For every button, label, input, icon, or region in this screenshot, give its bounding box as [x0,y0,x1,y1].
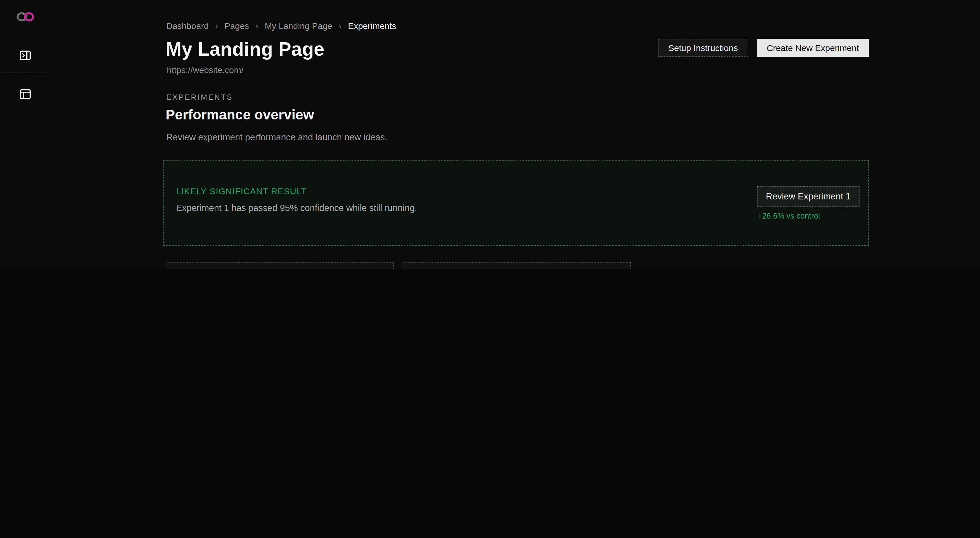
chevron-right-icon: › [215,21,218,31]
chevron-right-icon: › [255,21,258,31]
control-experiment-card: Ground Truth Experiment Running Control … [165,262,394,269]
alert-message: Experiment 1 has passed 95% confidence w… [176,203,417,213]
section-eyebrow: EXPERIMENTS [166,93,233,101]
setup-instructions-button[interactable]: Setup Instructions [658,39,748,57]
section-title: Performance overview [165,107,314,123]
sidebar-divider-top [0,72,50,72]
review-experiment-label: Review Experiment 1 [766,191,851,202]
infinity-icon [15,10,36,24]
breadcrumb-item-experiments: Experiments [348,21,396,31]
alert-label: LIKELY SIGNIFICANT RESULT [176,186,307,196]
page-title: My Landing Page [165,38,325,60]
alert-delta-vs-control: +26.6% vs control [757,212,820,220]
sidebar: A [0,0,50,269]
create-new-experiment-button[interactable]: Create New Experiment [757,39,869,57]
breadcrumb-item-my-landing-page[interactable]: My Landing Page [265,21,332,31]
breadcrumb-item-dashboard[interactable]: Dashboard [166,21,209,31]
experiment-1-card: Experiment 1 Running VARIANT Conversion … [402,262,631,269]
layout-panel-icon [18,87,32,101]
setup-instructions-label: Setup Instructions [668,43,738,53]
breadcrumb-item-pages[interactable]: Pages [224,21,249,31]
section-subtitle: Review experiment performance and launch… [166,132,387,143]
sidebar-item-panel-toggle[interactable] [13,43,37,67]
chevron-right-icon: › [339,21,341,31]
create-new-experiment-label: Create New Experiment [767,43,859,53]
panel-right-chevron-icon [18,48,32,62]
page-url: https://website.com/ [167,65,243,75]
app-root: A Dashboard › Pages › My Landing Page › … [0,0,980,269]
brand-infinity-logo[interactable] [15,10,36,24]
significant-result-banner: LIKELY SIGNIFICANT RESULT Experiment 1 h… [163,160,869,246]
sidebar-item-layout[interactable] [13,82,37,105]
review-experiment-button[interactable]: Review Experiment 1 [757,186,859,207]
breadcrumb: Dashboard › Pages › My Landing Page › Ex… [166,21,396,31]
